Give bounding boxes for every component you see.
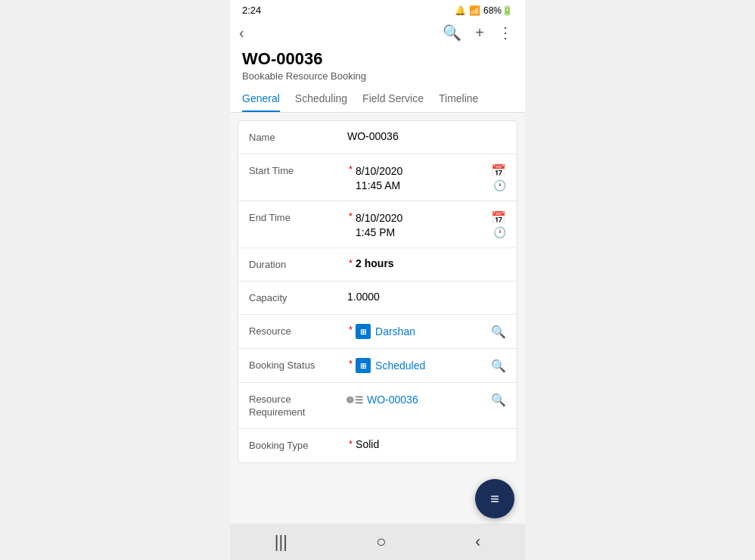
start-date-row: 8/10/2020 📅 [356,163,506,178]
bottom-nav: ||| ○ ‹ [230,524,525,560]
booking-status-search-icon[interactable]: 🔍 [491,359,506,373]
fab-button[interactable]: ≡ [475,479,514,518]
field-duration-value: 2 hours [356,257,506,269]
resource-req-entity-icon: ☸☰ [347,392,362,407]
end-time-clock-icon[interactable]: 🕐 [493,226,506,238]
field-duration-label: Duration [249,257,347,272]
end-date-cal-icon[interactable]: 📅 [491,210,506,225]
status-icons: 🔔 📶 68%🔋 [455,5,513,16]
field-resource-label: Resource [249,324,347,338]
record-subtitle: Bookable Resource Booking [242,70,513,82]
field-resource-req-value: ☸☰ WO-00036 🔍 [347,392,506,407]
form-card: Name WO-00036 Start Time * 8/10/2020 📅 1… [238,120,517,463]
field-resource-req-label: Resource Requirement [249,392,347,419]
add-button[interactable]: + [475,24,484,42]
booking-type-val: Solid [356,438,379,450]
field-end-time: End Time * 8/10/2020 📅 1:45 PM 🕐 [238,201,517,248]
field-end-time-label: End Time [249,210,347,225]
field-name-label: Name [249,130,347,145]
field-booking-status-label: Booking Status [249,358,347,372]
field-capacity-value: 1.0000 [347,291,506,303]
form-content: Name WO-00036 Start Time * 8/10/2020 📅 1… [230,113,525,524]
tab-scheduling[interactable]: Scheduling [295,92,347,112]
tab-timeline[interactable]: Timeline [439,92,478,112]
field-booking-type-label: Booking Type [249,438,347,453]
tab-bar: General Scheduling Field Service Timelin… [230,86,525,113]
field-booking-type-value: Solid [356,438,506,450]
field-name-value: WO-00036 [347,130,506,142]
capacity-val: 1.0000 [347,291,380,303]
top-nav: ‹ 🔍 + ⋮ [230,19,525,46]
start-date[interactable]: 8/10/2020 [356,165,402,177]
end-date[interactable]: 8/10/2020 [356,212,402,224]
field-resource: Resource * ⊞ Darshan 🔍 [238,315,517,349]
alarm-icon: 🔔 [455,5,466,16]
end-time-values: 8/10/2020 📅 1:45 PM 🕐 [356,210,506,238]
booking-type-required: * [349,438,353,450]
bottom-nav-recents[interactable]: ||| [275,532,287,552]
booking-status-link[interactable]: Scheduled [375,359,425,372]
search-button[interactable]: 🔍 [443,23,461,42]
start-time-val[interactable]: 11:45 AM [356,179,400,191]
field-resource-requirement: Resource Requirement ☸☰ WO-00036 🔍 [238,383,517,429]
duration-required: * [349,257,353,269]
tab-general[interactable]: General [242,92,280,112]
fab-menu-icon: ≡ [490,490,499,508]
status-time: 2:24 [242,5,261,16]
phone-frame: 2:24 🔔 📶 68%🔋 ‹ 🔍 + ⋮ WO-00036 Bookable … [230,0,525,560]
end-time-val[interactable]: 1:45 PM [356,226,395,238]
bottom-nav-home[interactable]: ○ [376,532,386,552]
start-time-required: * [349,163,353,175]
tab-field-service[interactable]: Field Service [362,92,424,112]
resource-req-link[interactable]: WO-00036 [367,394,418,406]
battery-text: 68%🔋 [483,5,513,16]
more-button[interactable]: ⋮ [498,23,513,42]
end-time-required: * [349,210,353,222]
field-capacity: Capacity 1.0000 [238,282,517,315]
wifi-icon: 📶 [469,5,480,16]
resource-entity-icon: ⊞ [356,324,371,339]
booking-status-required: * [349,358,353,369]
resource-link[interactable]: Darshan [375,325,415,338]
record-title: WO-00036 [242,49,513,69]
booking-status-entity-icon: ⊞ [356,358,371,373]
field-start-time-label: Start Time [249,163,347,178]
resource-required: * [349,324,353,335]
back-button[interactable]: ‹ [239,24,244,42]
start-time-values: 8/10/2020 📅 11:45 AM 🕐 [356,163,506,191]
start-date-cal-icon[interactable]: 📅 [491,163,506,178]
status-bar: 2:24 🔔 📶 68%🔋 [230,0,525,19]
field-booking-status-value: ⊞ Scheduled 🔍 [356,358,506,373]
nav-actions: 🔍 + ⋮ [443,23,513,42]
end-date-row: 8/10/2020 📅 [356,210,506,225]
field-booking-type: Booking Type * Solid [238,429,517,462]
field-start-time: Start Time * 8/10/2020 📅 11:45 AM 🕐 [238,154,517,201]
bottom-nav-back[interactable]: ‹ [475,532,480,552]
record-header: WO-00036 Bookable Resource Booking [230,46,525,82]
resource-search-icon[interactable]: 🔍 [491,325,506,339]
duration-val: 2 hours [356,257,394,269]
start-time-clock-icon[interactable]: 🕐 [493,179,506,191]
field-capacity-label: Capacity [249,291,347,305]
field-duration: Duration * 2 hours [238,248,517,282]
start-time-row: 11:45 AM 🕐 [356,179,506,191]
resource-req-search-icon[interactable]: 🔍 [491,393,506,407]
end-time-row: 1:45 PM 🕐 [356,226,506,238]
field-booking-status: Booking Status * ⊞ Scheduled 🔍 [238,349,517,383]
field-resource-value: ⊞ Darshan 🔍 [356,324,506,339]
field-name: Name WO-00036 [238,121,517,154]
